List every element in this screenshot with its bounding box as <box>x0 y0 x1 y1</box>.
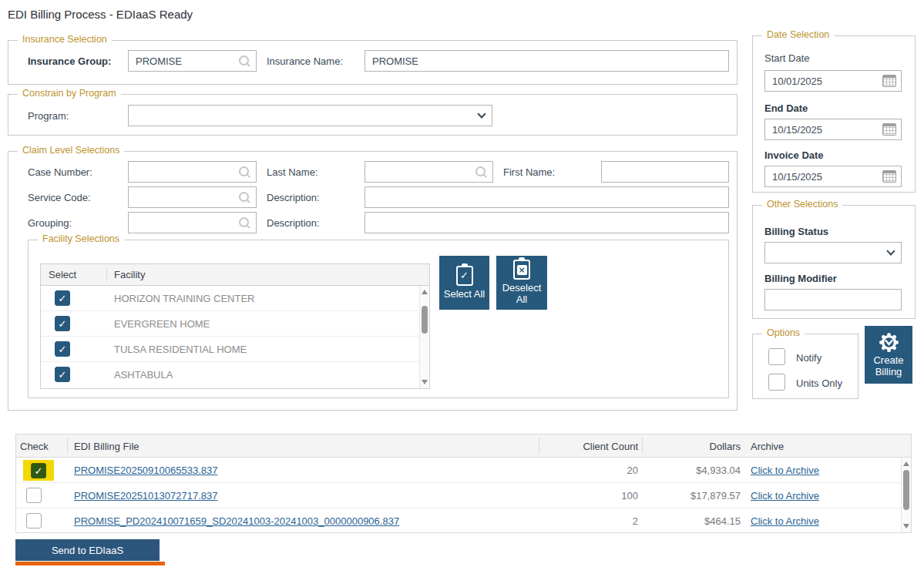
billing-file-link[interactable]: PROMISE_PD202410071659_SD20241003-202410… <box>74 515 399 527</box>
constrain-by-program-panel: Constrain by Program Program: <box>8 94 738 136</box>
archive-link[interactable]: Click to Archive <box>751 490 819 502</box>
program-label: Program: <box>28 110 69 122</box>
billing-status-select[interactable] <box>764 242 902 263</box>
units-only-checkbox[interactable] <box>768 374 785 391</box>
calendar-icon[interactable] <box>882 75 896 87</box>
dollars-value: $464.15 <box>642 515 741 527</box>
facility-row: TULSA RESIDENTIAL HOME <box>41 337 418 362</box>
file-checkbox[interactable] <box>26 488 42 503</box>
billing-file-link[interactable]: PROMISE20251013072717.837 <box>74 490 217 502</box>
end-date-input[interactable] <box>765 124 882 136</box>
facility-row: EVERGREEN HOME <box>41 311 418 337</box>
chevron-down-icon <box>886 247 895 255</box>
deselect-all-button[interactable]: Deselect All <box>496 256 547 310</box>
case-number-label: Case Number: <box>28 166 92 178</box>
create-billing-label: Create Billing <box>865 355 912 378</box>
billing-table-header: Check EDI Billing File Client Count Doll… <box>16 434 911 458</box>
archive-link[interactable]: Click to Archive <box>751 465 819 476</box>
units-only-label: Units Only <box>796 377 842 389</box>
facility-name: ASHTABULA <box>114 369 173 381</box>
case-number-input[interactable] <box>129 166 238 178</box>
insurance-group-field-wrap <box>128 50 257 72</box>
col-client-count: Client Count <box>539 441 638 452</box>
select-all-button[interactable]: Select All <box>439 256 489 310</box>
scroll-thumb[interactable] <box>422 306 428 334</box>
dollars-value: $17,879.57 <box>642 490 741 502</box>
insurance-selection-panel: Insurance Selection Insurance Group: Ins… <box>8 40 738 85</box>
invoice-date-label: Invoice Date <box>764 149 824 161</box>
facility-checkbox[interactable] <box>55 341 70 357</box>
send-to-ediaas-label: Send to EDIaaS <box>52 545 123 556</box>
insurance-name-input[interactable] <box>365 55 728 67</box>
scroll-up-icon[interactable] <box>903 461 909 466</box>
search-icon <box>475 166 487 178</box>
billing-file-row: PROMISE20251013072717.837 100 $17,879.57… <box>16 483 911 508</box>
invoice-date-input[interactable] <box>765 171 882 183</box>
billing-modifier-label: Billing Modifier <box>764 273 837 284</box>
scroll-up-icon[interactable] <box>422 290 428 294</box>
date-selection-panel: Date Selection Start Date End Date Invoi… <box>752 35 916 193</box>
scroll-down-icon[interactable] <box>422 380 428 384</box>
billing-modifier-field-wrap <box>764 289 902 310</box>
search-icon <box>238 216 250 229</box>
file-checkbox[interactable] <box>26 513 42 528</box>
insurance-group-input[interactable] <box>129 55 238 67</box>
service-description-label: Description: <box>267 192 320 203</box>
click-underline-highlight <box>15 562 165 565</box>
service-code-input[interactable] <box>129 192 238 203</box>
start-date-field-wrap <box>764 70 902 92</box>
calendar-icon[interactable] <box>882 123 896 136</box>
start-date-input[interactable] <box>765 75 882 87</box>
billing-files-table: Check EDI Billing File Client Count Doll… <box>15 434 912 533</box>
first-name-input[interactable] <box>602 166 728 178</box>
facility-table: Select Facility HORIZON TRAINING CENTER … <box>40 263 430 389</box>
last-name-label: Last Name: <box>267 166 318 178</box>
start-date-label: Start Date <box>764 52 810 64</box>
facility-selections-legend: Facility Selections <box>38 233 124 244</box>
facility-row: ASHTABULA <box>41 362 418 388</box>
facility-checkbox[interactable] <box>55 367 70 382</box>
clipboard-check-icon <box>456 266 473 286</box>
service-description-input[interactable] <box>365 192 728 203</box>
scroll-thumb[interactable] <box>903 470 909 510</box>
grouping-description-label: Description: <box>267 217 320 229</box>
dollars-value: $4,933.04 <box>642 465 741 476</box>
notify-checkbox[interactable] <box>768 348 785 365</box>
page-title: EDI Billing Process - EDIaaS Ready <box>8 8 193 21</box>
billing-file-link[interactable]: PROMISE20250910065533.837 <box>74 465 217 476</box>
edi-billing-screen: EDI Billing Process - EDIaaS Ready Insur… <box>0 0 924 567</box>
facility-checkbox[interactable] <box>55 316 70 331</box>
facility-col-facility: Facility <box>114 269 145 280</box>
send-to-ediaas-button[interactable]: Send to EDIaaS <box>15 539 160 561</box>
facility-checkbox[interactable] <box>55 290 70 306</box>
create-billing-button[interactable]: Create Billing <box>865 326 912 384</box>
constrain-by-program-legend: Constrain by Program <box>18 88 121 99</box>
grouping-description-input[interactable] <box>365 217 728 229</box>
archive-link[interactable]: Click to Archive <box>751 515 819 527</box>
client-count-value: 100 <box>539 490 638 502</box>
last-name-input[interactable] <box>365 166 475 178</box>
col-archive: Archive <box>751 441 784 452</box>
scroll-down-icon[interactable] <box>903 524 909 528</box>
billing-modifier-input[interactable] <box>765 294 901 306</box>
program-select[interactable] <box>128 105 492 126</box>
options-legend: Options <box>762 327 805 338</box>
billing-file-row: PROMISE20250910065533.837 20 $4,933.04 C… <box>16 458 911 483</box>
grouping-label: Grouping: <box>28 217 72 229</box>
insurance-name-field-wrap <box>365 50 729 72</box>
facility-row: HORIZON TRAINING CENTER <box>41 286 418 311</box>
chevron-down-icon <box>477 109 486 118</box>
file-checkbox[interactable] <box>31 463 46 478</box>
date-selection-legend: Date Selection <box>762 29 834 40</box>
col-check: Check <box>20 441 49 452</box>
deselect-all-label: Deselect All <box>496 283 547 306</box>
invoice-date-field-wrap <box>764 166 902 187</box>
facility-col-select: Select <box>49 269 76 280</box>
calendar-icon[interactable] <box>882 170 896 183</box>
end-date-field-wrap <box>764 119 902 140</box>
notify-label: Notify <box>796 352 822 364</box>
billing-table-scrollbar[interactable] <box>901 458 911 532</box>
facility-scrollbar[interactable] <box>419 286 429 388</box>
grouping-input[interactable] <box>129 217 238 229</box>
search-icon <box>238 191 250 203</box>
